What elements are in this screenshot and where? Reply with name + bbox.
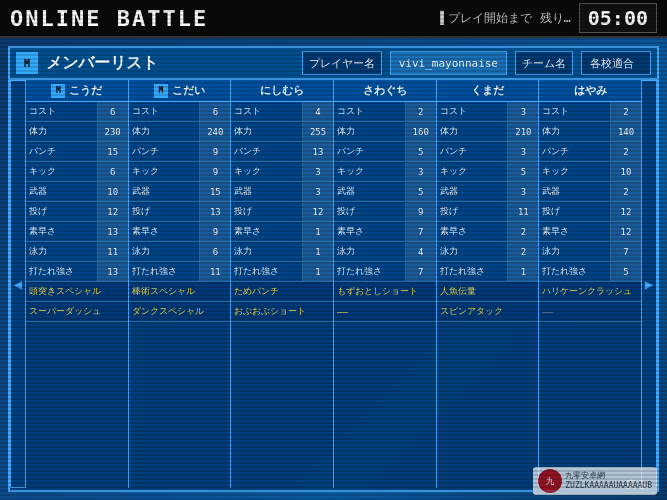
stat-value: 6 [98, 162, 128, 181]
stat-value: 160 [406, 122, 436, 141]
stat-value: 5 [406, 142, 436, 161]
players-grid: Mこうだコスト6体力230パンチ15キック6武器10投げ12素早さ13泳力11打… [26, 80, 641, 488]
stat-row-5-2: パンチ2 [539, 142, 641, 162]
member-panel: M メンバーリスト プレイヤー名 vivi_mayonnaise チーム名 各校… [8, 46, 659, 492]
stat-value: 1 [303, 262, 333, 281]
stat-value: 5 [406, 182, 436, 201]
scroll-right-arrow[interactable]: ▶ [641, 80, 657, 488]
stat-row-0-8: 打たれ強さ13 [26, 262, 128, 282]
special-row-0-1: スーパーダッシュ [26, 302, 128, 322]
stat-row-5-6: 素早さ12 [539, 222, 641, 242]
stat-value: 1 [303, 242, 333, 261]
stat-row-1-0: コスト6 [129, 102, 231, 122]
stat-label: コスト [129, 102, 201, 121]
stat-value: 1 [508, 262, 538, 281]
stat-label: 体力 [231, 122, 303, 141]
compat-label: 各校適合 [581, 51, 651, 75]
stat-row-5-8: 打たれ強さ5 [539, 262, 641, 282]
stat-value: 2 [611, 142, 641, 161]
player-icon-0: M [51, 84, 65, 98]
stat-label: 打たれ強さ [437, 262, 509, 281]
stat-row-0-2: パンチ15 [26, 142, 128, 162]
stat-row-4-3: キック5 [437, 162, 539, 182]
player-name-2: にしむら [231, 80, 333, 102]
timer-display: 05:00 [579, 3, 657, 33]
top-bar: ONLINE BATTLE ▌プレイ開始まで 残り… 05:00 [0, 0, 667, 38]
stat-label: 素早さ [231, 222, 303, 241]
player-col-0: Mこうだコスト6体力230パンチ15キック6武器10投げ12素早さ13泳力11打… [26, 80, 129, 488]
stat-value: 2 [611, 102, 641, 121]
stat-label: 体力 [334, 122, 406, 141]
stat-label: 投げ [334, 202, 406, 221]
stat-label: 素早さ [129, 222, 201, 241]
scroll-left-arrow[interactable]: ◀ [10, 80, 26, 488]
special-row-0-0: 頭突きスペシャル [26, 282, 128, 302]
stat-row-4-2: パンチ3 [437, 142, 539, 162]
stat-label: パンチ [539, 142, 611, 161]
stat-row-4-6: 素早さ2 [437, 222, 539, 242]
stat-value: 2 [508, 222, 538, 241]
stat-row-0-5: 投げ12 [26, 202, 128, 222]
stat-label: 打たれ強さ [231, 262, 303, 281]
stat-label: 体力 [539, 122, 611, 141]
stat-row-2-8: 打たれ強さ1 [231, 262, 333, 282]
stat-row-3-0: コスト2 [334, 102, 436, 122]
stat-value: 2 [406, 102, 436, 121]
stat-row-5-1: 体力140 [539, 122, 641, 142]
stat-value: 9 [200, 142, 230, 161]
stat-value: 11 [98, 242, 128, 261]
stat-label: 打たれ強さ [129, 262, 201, 281]
stat-label: 打たれ強さ [334, 262, 406, 281]
special-row-4-1: スピンアタック [437, 302, 539, 322]
stat-value: 7 [406, 262, 436, 281]
main-content: M メンバーリスト プレイヤー名 vivi_mayonnaise チーム名 各校… [0, 38, 667, 500]
stat-label: パンチ [129, 142, 201, 161]
stat-label: 武器 [129, 182, 201, 201]
stat-label: 体力 [26, 122, 98, 141]
stat-label: 素早さ [437, 222, 509, 241]
stat-label: 投げ [539, 202, 611, 221]
stat-row-1-6: 素早さ9 [129, 222, 231, 242]
player-icon-1: M [154, 84, 168, 98]
stat-row-3-8: 打たれ強さ7 [334, 262, 436, 282]
stat-value: 13 [98, 222, 128, 241]
stat-row-2-0: コスト4 [231, 102, 333, 122]
stat-value: 12 [611, 222, 641, 241]
stat-value: 4 [406, 242, 436, 261]
player-name-5: はやみ [539, 80, 641, 102]
stat-row-0-4: 武器10 [26, 182, 128, 202]
stat-label: コスト [231, 102, 303, 121]
watermark: 九 九零安卓網 ZUZLKAAAAAUAAAAAUB [533, 467, 657, 495]
stat-value: 4 [303, 102, 333, 121]
stat-label: キック [231, 162, 303, 181]
stat-label: コスト [437, 102, 509, 121]
stat-value: 11 [508, 202, 538, 221]
screen: ONLINE BATTLE ▌プレイ開始まで 残り… 05:00 M メンバーリ… [0, 0, 667, 500]
special-row-2-0: ためパンチ [231, 282, 333, 302]
stat-row-1-3: キック9 [129, 162, 231, 182]
stat-row-0-6: 素早さ13 [26, 222, 128, 242]
player-col-4: くまだコスト3体力210パンチ3キック5武器3投げ11素早さ2泳力2打たれ強さ1… [437, 80, 540, 488]
special-row-1-1: ダンクスペシャル [129, 302, 231, 322]
stat-row-2-7: 泳力1 [231, 242, 333, 262]
stat-value: 3 [508, 142, 538, 161]
player-name-4: くまだ [437, 80, 539, 102]
stat-label: 体力 [129, 122, 201, 141]
stat-value: 7 [406, 222, 436, 241]
stat-value: 6 [200, 242, 230, 261]
stat-value: 6 [98, 102, 128, 121]
special-row-4-0: 人魚伝量 [437, 282, 539, 302]
stat-row-4-0: コスト3 [437, 102, 539, 122]
stat-label: 打たれ強さ [26, 262, 98, 281]
stat-row-1-4: 武器15 [129, 182, 231, 202]
stat-row-5-7: 泳力7 [539, 242, 641, 262]
stat-row-4-8: 打たれ強さ1 [437, 262, 539, 282]
stat-value: 230 [98, 122, 128, 141]
panel-title: メンバーリスト [46, 53, 294, 74]
stat-label: 泳力 [334, 242, 406, 261]
special-row-5-0: ハリケーンクラッシュ [539, 282, 641, 302]
stat-value: 3 [508, 182, 538, 201]
stat-row-3-7: 泳力4 [334, 242, 436, 262]
stat-row-5-4: 武器2 [539, 182, 641, 202]
stat-label: コスト [26, 102, 98, 121]
